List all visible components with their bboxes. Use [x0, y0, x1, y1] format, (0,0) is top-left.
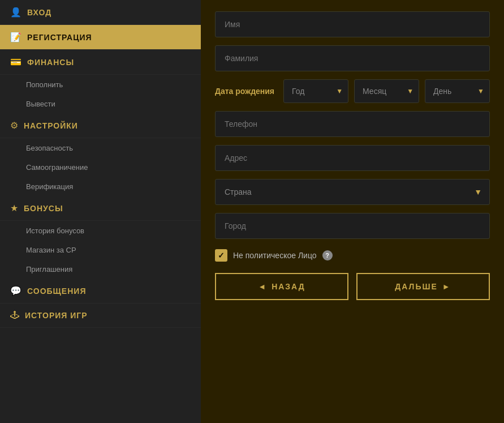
login-icon: 👤 [10, 7, 21, 18]
dob-month-select[interactable]: Месяц [354, 79, 419, 103]
sidebar-sub-item-security[interactable]: Безопасность [0, 138, 201, 157]
sidebar-sub-item-withdraw[interactable]: Вывести [0, 94, 201, 113]
finances-icon: 💳 [10, 57, 21, 67]
last-name-input[interactable] [215, 45, 490, 71]
sidebar-item-login[interactable]: 👤 ВХОД [0, 0, 201, 25]
self-restriction-label: Самоограничение [26, 163, 88, 172]
next-button-label: ДАЛЬШЕ [395, 282, 438, 291]
security-label: Безопасность [26, 144, 73, 152]
city-input[interactable] [215, 213, 490, 239]
dob-day-select[interactable]: День [425, 79, 490, 103]
game-history-icon: 🕹 [10, 310, 19, 321]
sidebar: 👤 ВХОД 📝 РЕГИСТРАЦИЯ 💳 ФИНАНСЫ Пополнить… [0, 0, 201, 423]
dob-year-select[interactable]: Год [283, 79, 348, 103]
phone-input[interactable] [215, 111, 490, 137]
sidebar-item-bonuses[interactable]: ★ БОНУСЫ [0, 196, 201, 221]
sidebar-item-finances[interactable]: 💳 ФИНАНСЫ [0, 50, 201, 75]
bonuses-icon: ★ [10, 203, 18, 213]
sidebar-item-messages[interactable]: 💬 СООБЩЕНИЯ [0, 279, 201, 304]
messages-icon: 💬 [10, 285, 21, 296]
sidebar-sub-item-verification[interactable]: Верификация [0, 177, 201, 196]
next-button[interactable]: ДАЛЬШЕ ► [356, 273, 490, 300]
dob-day-wrapper: День [425, 79, 490, 103]
sidebar-sub-item-bonus-history[interactable]: История бонусов [0, 221, 201, 240]
shop-label: Магазин за СР [26, 246, 76, 254]
sidebar-sub-item-invitations[interactable]: Приглашения [0, 259, 201, 279]
dob-year-wrapper: Год [283, 79, 348, 103]
sidebar-sub-item-deposit[interactable]: Пополнить [0, 75, 201, 94]
sidebar-item-login-label: ВХОД [27, 8, 51, 17]
sidebar-item-game-history[interactable]: 🕹 ИСТОРИЯ ИГР [0, 304, 201, 328]
dob-label: Дата рождения [215, 87, 274, 96]
sidebar-item-bonuses-label: БОНУСЫ [24, 204, 63, 213]
pep-checkbox-label: Не политическое Лицо [233, 251, 317, 260]
sidebar-item-finances-label: ФИНАНСЫ [27, 58, 74, 67]
country-select[interactable]: Страна [215, 179, 490, 205]
invitations-label: Приглашения [26, 265, 72, 274]
country-wrapper: Страна [215, 179, 490, 205]
checkbox-row: Не политическое Лицо ? [215, 249, 490, 262]
sidebar-item-settings[interactable]: ⚙ НАСТРОЙКИ [0, 113, 201, 138]
withdraw-label: Вывести [26, 100, 55, 108]
dob-month-wrapper: Месяц [354, 79, 419, 103]
address-input[interactable] [215, 145, 490, 171]
back-arrow-icon: ◄ [258, 282, 267, 291]
bonus-history-label: История бонусов [26, 227, 84, 235]
pep-checkbox-wrapper[interactable] [215, 249, 227, 262]
sidebar-sub-item-shop[interactable]: Магазин за СР [0, 240, 201, 259]
dob-row: Дата рождения Год Месяц День [215, 79, 490, 103]
verification-label: Верификация [26, 182, 73, 191]
main-content: Дата рождения Год Месяц День Страна [201, 0, 504, 423]
help-icon[interactable]: ? [322, 250, 333, 260]
back-button-label: НАЗАД [272, 282, 305, 291]
sidebar-item-game-history-label: ИСТОРИЯ ИГР [25, 311, 88, 320]
next-arrow-icon: ► [442, 282, 451, 291]
first-name-input[interactable] [215, 11, 490, 37]
sidebar-item-registration[interactable]: 📝 РЕГИСТРАЦИЯ [0, 25, 201, 50]
sidebar-sub-item-self-restriction[interactable]: Самоограничение [0, 157, 201, 177]
sidebar-item-settings-label: НАСТРОЙКИ [24, 121, 78, 130]
registration-icon: 📝 [10, 32, 21, 42]
back-button[interactable]: ◄ НАЗАД [215, 273, 348, 300]
sidebar-item-registration-label: РЕГИСТРАЦИЯ [27, 33, 92, 42]
buttons-row: ◄ НАЗАД ДАЛЬШЕ ► [215, 273, 490, 300]
sidebar-item-messages-label: СООБЩЕНИЯ [27, 287, 86, 296]
settings-icon: ⚙ [10, 120, 18, 131]
deposit-label: Пополнить [26, 80, 63, 89]
